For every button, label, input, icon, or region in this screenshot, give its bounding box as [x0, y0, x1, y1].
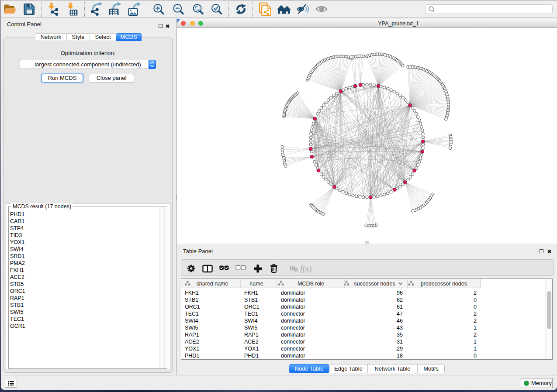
svg-text:name: name [249, 281, 263, 287]
svg-text:successor nodes: successor nodes [354, 281, 395, 287]
svg-text:MCDS role: MCDS role [298, 281, 324, 287]
svg-text:shared name: shared name [197, 281, 228, 287]
svg-text:predecessor nodes: predecessor nodes [421, 281, 467, 287]
svg-text:f(x): f(x) [300, 264, 311, 274]
